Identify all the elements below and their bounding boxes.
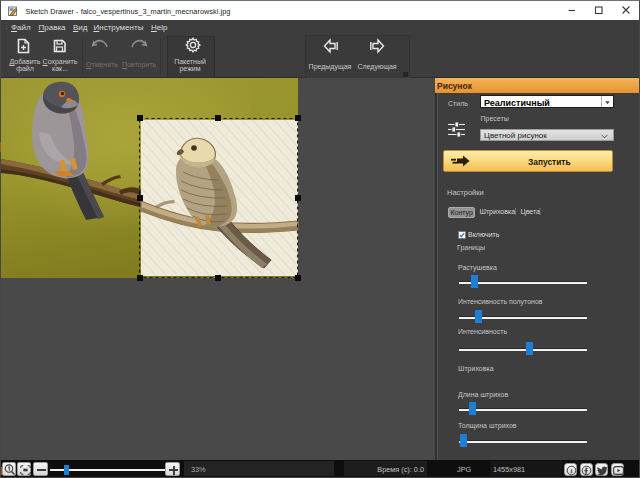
svg-text:i: i (570, 467, 572, 475)
